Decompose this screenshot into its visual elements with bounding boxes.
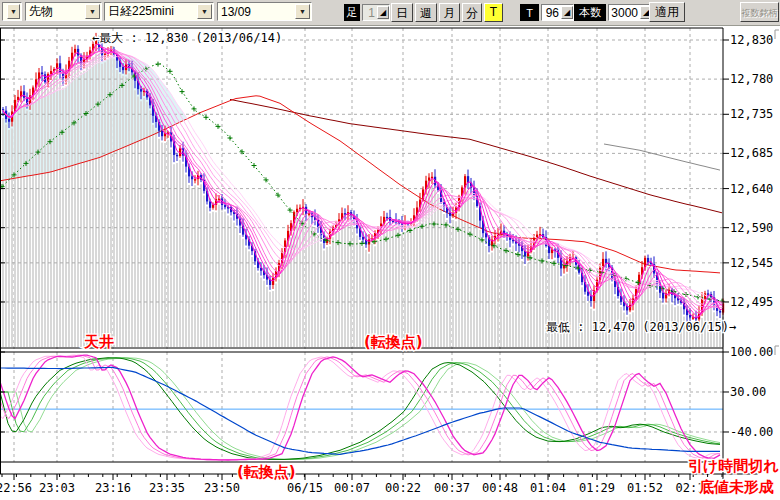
toolbar: ▼ 先物 ▼ 日経225mini ▼ 13/09 ▼ 足 1 ◢ 日 週 月 分… [0,0,780,26]
interval-value: 1 [363,6,377,20]
oscillator-axis-label: 100.00 [730,345,773,359]
time-axis-label: 22:56 [0,481,32,495]
minute-button[interactable]: 分 [462,3,482,22]
daily-button[interactable]: 日 [391,3,413,22]
time-axis-label: 01:29 [579,481,615,495]
extreme-annotation: 最低 : 12,470 (2013/06/15)→ [546,320,736,334]
weekly-button[interactable]: 週 [415,3,437,22]
price-axis-label: 12,545 [730,256,773,270]
bar-stripes [3,53,723,347]
apply-button[interactable]: 適用 [649,2,685,22]
history-select[interactable]: ▼ [2,2,22,21]
tick-value: 96 [542,6,561,20]
spinner-icon[interactable]: ◢ [561,6,573,19]
time-axis-label: 23:16 [95,481,131,495]
bar-count-value: 3000 [609,6,640,20]
time-axis-label: 23:03 [39,481,75,495]
signal-annotation: 引け時間切れ [688,457,779,475]
signal-annotation: (転換点) [237,463,296,481]
time-axis-label: 01:52 [627,481,663,495]
market-select[interactable]: 先物 ▼ [25,2,102,21]
chart-area[interactable]: 12,83012,78012,73512,68512,64012,59012,5… [0,0,780,500]
bar-count-label: 本数 [574,4,606,21]
tick-value-spinner[interactable]: 96 ◢ [541,4,574,21]
price-axis-label: 12,640 [730,182,773,196]
chevron-down-icon[interactable]: ▼ [85,4,100,19]
contract-month-value: 13/09 [218,5,294,19]
chevron-down-icon[interactable]: ▼ [295,4,310,19]
time-axis-label: 23:35 [149,481,185,495]
price-axis-label: 12,735 [730,107,773,121]
tick-setting-label: T [520,4,539,21]
market-select-value: 先物 [26,3,84,20]
chart-window: 12,83012,78012,73512,68512,64012,59012,5… [0,0,780,500]
time-axis-label: 23:50 [204,481,240,495]
time-axis-label: 01:04 [530,481,566,495]
price-axis-label: 12,830 [730,33,773,47]
oscillator-axis-label: -40.00 [730,425,773,439]
extreme-annotation: ←最大 : 12,830 (2013/06/14) [92,31,282,45]
time-axis-label: 00:37 [434,481,470,495]
price-axis-label: 12,685 [730,146,773,160]
bar-type-label: 足 [344,4,360,21]
signal-annotation: (転換点) [364,333,423,351]
symbol-select-value: 日経225mini [105,3,196,20]
chevron-down-icon[interactable]: ▼ [197,4,212,19]
monthly-button[interactable]: 月 [439,3,460,22]
price-axis-label: 12,780 [730,72,773,86]
oscillator-axis-label: 30.00 [730,385,766,399]
time-axis-label: 06/15 [287,481,323,495]
signal-annotation: 天井 [83,333,114,351]
price-axis-label: 12,590 [730,221,773,235]
contract-month-select[interactable]: 13/09 ▼ [217,2,312,21]
price-axis-label: 12,495 [730,295,773,309]
spinner-icon[interactable]: ◢ [377,6,389,19]
time-axis-label: 00:48 [482,481,518,495]
oscillator-lines [0,355,723,460]
time-axis-label: 00:22 [385,481,421,495]
signal-annotation: 底値未形成 [698,478,774,496]
time-axis-label: 00:07 [334,481,370,495]
bar-count-spinner[interactable]: 3000 ◢ [608,4,653,21]
multi-symbol-button-disabled: 複数銘柄 [740,2,779,22]
symbol-select[interactable]: 日経225mini ▼ [104,2,214,21]
chevron-down-icon[interactable]: ▼ [7,4,20,19]
interval-spinner[interactable]: 1 ◢ [362,4,390,21]
tick-button-active[interactable]: T [484,3,503,22]
